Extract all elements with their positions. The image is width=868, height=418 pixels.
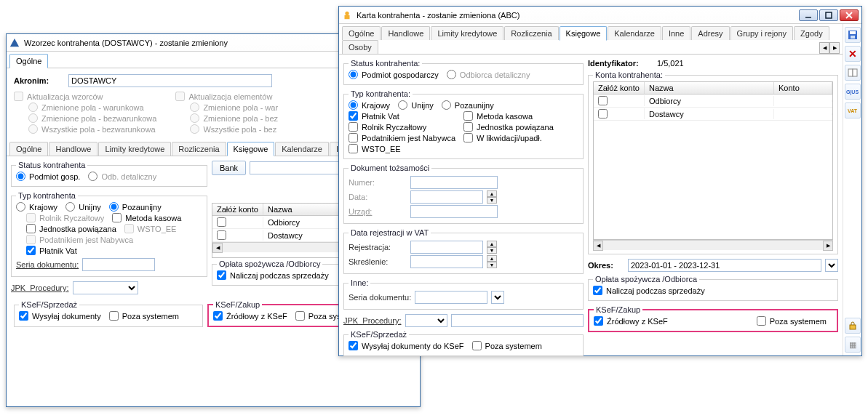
- btn-bank[interactable]: Bank: [212, 161, 246, 175]
- spin-down-icon[interactable]: ▼: [487, 247, 497, 254]
- tab-inne[interactable]: Inne: [662, 26, 690, 40]
- input-okres[interactable]: [628, 259, 821, 272]
- spin-up-icon[interactable]: ▲: [487, 241, 497, 247]
- table-row[interactable]: Dostawcy: [594, 108, 832, 121]
- col-zaloz-konto[interactable]: Załóż konto: [594, 82, 645, 94]
- tab-handlowe[interactable]: Handlowe: [381, 26, 430, 40]
- chk-wsto[interactable]: [349, 144, 358, 153]
- gus-button[interactable]: G|US: [845, 84, 861, 100]
- chk-poza-sys-s[interactable]: [109, 311, 119, 321]
- label-jpk[interactable]: JPK_Procedury:: [11, 284, 69, 292]
- chk-platnik-vat[interactable]: [26, 246, 36, 255]
- tab-grupy[interactable]: Grupy i rejony: [730, 26, 793, 40]
- radio-pozaunijny[interactable]: [442, 100, 451, 110]
- chk-metoda[interactable]: [112, 213, 122, 222]
- radio-krajowy[interactable]: [349, 100, 358, 110]
- book-button[interactable]: [845, 65, 861, 81]
- akronim-input[interactable]: [68, 74, 272, 87]
- chk-zrodlowy[interactable]: [213, 311, 223, 321]
- radio-unijny[interactable]: [65, 202, 75, 212]
- scroll-left-icon[interactable]: ◀: [593, 241, 603, 251]
- radio-podmiot-gosp[interactable]: [16, 172, 25, 181]
- col-konto[interactable]: Konto: [774, 82, 832, 94]
- select-jpk[interactable]: [73, 281, 138, 294]
- chk-row-odbiorcy[interactable]: [598, 96, 608, 105]
- input-urzad[interactable]: [410, 205, 498, 218]
- chk-row-odbiorcy[interactable]: [217, 217, 226, 227]
- chk-wlikw[interactable]: [463, 133, 473, 142]
- chk-rolnik[interactable]: [349, 122, 358, 132]
- input-numer[interactable]: [410, 176, 498, 189]
- input-jpk[interactable]: [451, 314, 584, 327]
- lock-button[interactable]: [845, 318, 861, 334]
- tab-zgody[interactable]: Zgody: [794, 26, 829, 40]
- radio-pozaunijny[interactable]: [109, 202, 119, 212]
- tab-rozliczenia[interactable]: Rozliczenia: [172, 142, 226, 156]
- scroll-right-icon[interactable]: ▶: [823, 241, 833, 251]
- date-up-icon[interactable]: ▲: [487, 190, 497, 197]
- cancel-button[interactable]: ✕: [845, 46, 861, 62]
- col-nazwa[interactable]: Nazwa: [645, 82, 774, 94]
- radio-podmiot-gosp[interactable]: [349, 70, 358, 79]
- tab-adresy[interactable]: Adresy: [691, 26, 729, 40]
- label-seria[interactable]: Seria dokumentu:: [16, 260, 79, 269]
- input-seria[interactable]: [415, 291, 487, 304]
- close-button[interactable]: [840, 9, 859, 21]
- chk-wysylaj[interactable]: [349, 341, 358, 350]
- tab-ksiegowe[interactable]: Księgowe: [560, 26, 608, 41]
- titlebar[interactable]: Karta kontrahenta - zostanie zmieniona (…: [339, 7, 861, 24]
- tab-ksiegowe[interactable]: Księgowe: [227, 142, 275, 156]
- label-jpk[interactable]: JPK_Procedury:: [343, 316, 402, 325]
- radio-unijny[interactable]: [398, 100, 407, 110]
- tab-ogolne[interactable]: Ogólne: [9, 142, 48, 156]
- chk-jednostka[interactable]: [463, 122, 473, 132]
- col-zaloz-konto[interactable]: Załóż konto: [212, 204, 263, 215]
- date-down-icon[interactable]: ▼: [487, 197, 497, 204]
- tab-kalendarze[interactable]: Kalendarze: [608, 26, 661, 40]
- sel-seria[interactable]: [491, 291, 504, 304]
- fs-status: Status kontrahenta: Podmiot gospodarczy …: [343, 59, 584, 85]
- tab-osoby[interactable]: Osoby: [342, 40, 378, 54]
- arrow-button[interactable]: ▦: [845, 337, 861, 353]
- chk-metoda[interactable]: [463, 111, 473, 121]
- chk-poza-sys-z[interactable]: [757, 316, 766, 326]
- tab-handlowe[interactable]: Handlowe: [49, 142, 97, 156]
- chk-jednostka[interactable]: [26, 224, 36, 233]
- radio-krajowy[interactable]: [16, 202, 25, 212]
- chk-naliczaj[interactable]: [593, 286, 602, 295]
- radio-odb-detal[interactable]: [88, 172, 97, 181]
- input-rejestracja[interactable]: [410, 241, 483, 254]
- radio-odb-detal[interactable]: [447, 70, 456, 79]
- chk-row-dostawcy[interactable]: [598, 109, 608, 118]
- tab-kalendarze[interactable]: Kalendarze: [275, 142, 329, 156]
- input-skreslenie[interactable]: [410, 255, 483, 268]
- spin-down-icon[interactable]: ▼: [487, 262, 497, 268]
- save-button[interactable]: [845, 27, 861, 43]
- input-data[interactable]: [410, 190, 483, 204]
- chk-zrodlowy[interactable]: [594, 316, 603, 326]
- tab-limity[interactable]: Limity kredytowe: [431, 26, 503, 40]
- tab-rozliczenia[interactable]: Rozliczenia: [504, 26, 558, 40]
- tab-limity[interactable]: Limity kredytowe: [98, 142, 171, 156]
- scroll-left-icon[interactable]: ◀: [212, 243, 223, 253]
- chk-poza-sys-z[interactable]: [295, 311, 305, 321]
- vat-button[interactable]: VAT: [845, 103, 861, 118]
- table-row[interactable]: Odbiorcy: [594, 95, 832, 108]
- input-seria[interactable]: [82, 258, 155, 271]
- minimize-button[interactable]: [799, 9, 818, 21]
- tab-scroll-right[interactable]: ▶: [829, 42, 840, 54]
- chk-naliczaj[interactable]: [217, 270, 226, 280]
- label-urzad[interactable]: Urząd:: [349, 207, 407, 216]
- tab-scroll-left[interactable]: ◀: [819, 42, 829, 54]
- chk-wysylaj-dok[interactable]: [19, 311, 28, 321]
- sel-jpk[interactable]: [405, 314, 447, 327]
- chk-platnik-vat[interactable]: [349, 111, 358, 121]
- tab-ogolne[interactable]: Ogólne: [342, 26, 381, 40]
- spin-up-icon[interactable]: ▲: [487, 255, 497, 262]
- chk-podatnik-nabywca[interactable]: [349, 133, 358, 142]
- chk-row-dostawcy[interactable]: [217, 230, 226, 240]
- chk-poza-sys-s[interactable]: [472, 341, 482, 350]
- tab-ogolne-top[interactable]: Ogólne: [9, 54, 48, 68]
- maximize-button[interactable]: [819, 9, 838, 21]
- sel-okres[interactable]: [825, 259, 838, 272]
